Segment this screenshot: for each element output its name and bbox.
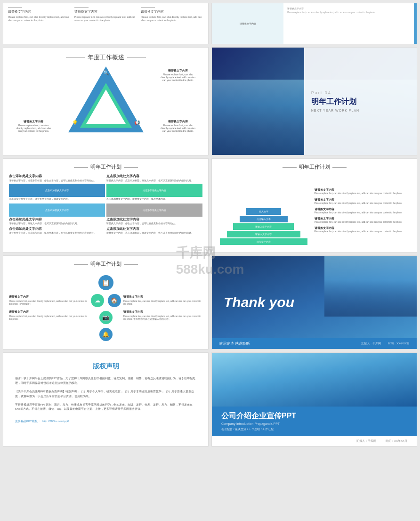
icon-row-middle: ☁ 🏠 <box>91 294 121 307</box>
pyr-bar-1: 输入文字 <box>246 208 281 215</box>
plan-left-title2: 点击添加此处文字内容 <box>9 218 105 222</box>
plan-left-body2: 请替换文字内容，修改文本内容，也可以直接复制你的内容到此处。 <box>9 222 105 225</box>
part04-title: 明年工作计划 <box>311 97 410 107</box>
plan-img-label3: 点击添加替换文字内容 <box>45 209 69 212</box>
pyr-bar-2: 点击输入文本 <box>240 216 288 222</box>
accent-bar <box>414 3 417 44</box>
plan-bottom-row: 点击添加此处文字内容 请替换文字内容，点击添加标题，修改文本内容，也可以直接复制… <box>9 227 202 235</box>
plan-section-right2: 点击添加替换文字内容 点击添加此处文字内容 请替换文字内容，修改文本内容，也可以… <box>106 204 202 225</box>
content-body: Please replace font, can also directly r… <box>287 11 410 15</box>
pyramid-title: 明年工作计划 <box>218 163 411 171</box>
network-left-item1: 请替换文字内容 Please replace font, can also di… <box>9 295 89 306</box>
pyr-right-5: 请替换文字内容 Please replace font, can also di… <box>315 226 412 233</box>
company-subtitle: Company Introduction Propaganda PPT <box>221 422 407 425</box>
plan-left-body1: 请替换文字内容，点击添加标题，修改文本内容，也可以直接复制你的内容到此处。 <box>9 179 105 182</box>
pyramid-right-items: 请替换文字内容 Please replace font, can also di… <box>315 174 412 247</box>
network-left-item2: 请替换文字内容 Please replace font, can also di… <box>9 310 89 321</box>
company-footer: 汇报人：千库网 时间：XX年XX月 <box>212 436 417 446</box>
copyright-title: 版权声明 <box>15 362 196 371</box>
slide-copyright: 版权声明 感谢下载千库网平台上提供的PPT作品，为了您和千库网以及原创作者的利益… <box>3 352 209 447</box>
slide-company-intro: 公司介绍企业宣传PPT Company Introduction Propaga… <box>211 352 417 447</box>
content-panel: 请替换文字内容 Please replace font, can also di… <box>283 3 414 44</box>
company-overlay: 公司介绍企业宣传PPT Company Introduction Propaga… <box>212 407 417 446</box>
slide-sidebar-content: 请替换文字内容 请替换文字内容 Please replace font, can… <box>211 3 417 44</box>
plan-img-label1: 点击添加替换文字内容 <box>45 189 69 192</box>
plan-left-title1: 点击添加此处文字内容 <box>9 174 105 179</box>
col2-body: Please replace font, can also directly r… <box>74 16 137 22</box>
sidebar-panel: 请替换文字内容 <box>212 3 283 44</box>
content-title: 请替换文字内容 <box>287 7 410 10</box>
plan-img-label2: 点击添加替换文字内容 <box>143 189 166 192</box>
copyright-link-row: 更多精品PPT模板： http://588ku.com/ppt/ <box>15 415 196 424</box>
icon-circle-main: 📋 <box>98 275 113 290</box>
pyr-bar-3: 请输入文字内容 <box>233 223 294 230</box>
plan-img-label4: 点击添加替换文字内容 <box>143 209 166 212</box>
slide-grid: 请替换文字内容 Please replace font, can also di… <box>0 0 420 449</box>
pyr-right-4: 请替换文字内容 Please replace font, can also di… <box>315 217 412 224</box>
copyright-para1: 感谢下载千库网平台上提供的PPT作品，为了您和千库网以及原创作者的利益，请勿复制… <box>15 376 196 386</box>
part04-subtitle: NEXT YEAR WORK PLAN <box>311 109 410 112</box>
pyr-bar-4: 请输入文字内容 <box>227 231 300 237</box>
company-main-title: 公司介绍企业宣传PPT <box>221 411 296 421</box>
network-title: 明年工作计划 <box>9 260 202 268</box>
slide-text-columns: 请替换文字内容 Please replace font, can also di… <box>3 3 209 44</box>
text-col-2: 请替换文字内容 Please replace font, can also di… <box>74 7 137 40</box>
col2-title: 请替换文字内容 <box>74 9 137 14</box>
sidebar-text: 请替换文字内容 <box>240 22 256 25</box>
plan-sub-body2: 点击添加替换文字内容。请替换文字内容，修改文本内容。 <box>106 198 202 201</box>
plan-items-grid: 点击添加此处文字内容 请替换文字内容，点击添加标题，修改文本内容，也可以直接复制… <box>9 174 202 225</box>
tri-item-left: 请替换文字内容 Please replace font, can also di… <box>15 120 52 132</box>
plan-img-green1: 点击添加替换文字内容 <box>106 184 202 197</box>
slide-pyramid: 明年工作计划 输入文字 点击输入文本 请输入文字内容 请输入文字内容 添加文字内… <box>211 158 417 252</box>
network-right: 请替换文字内容 Please replace font, can also di… <box>123 295 203 321</box>
plan-img-blue1: 点击添加替换文字内容 <box>9 184 105 197</box>
thankyou-main: Thank you <box>224 294 405 310</box>
plan-bottom-right: 点击添加此处文字内容 请替换文字内容，点击添加标题，修改文本内容，也可以直接复制… <box>106 227 202 235</box>
company-blue-strip: 公司介绍企业宣传PPT Company Introduction Propaga… <box>212 407 417 436</box>
copyright-link-url[interactable]: http://588ku.com/ppt/ <box>42 420 69 423</box>
next-plan-title: 明年工作计划 <box>9 163 202 171</box>
icon-circle-cloud: ☁ <box>91 294 104 307</box>
col1-body: Please replace font, can also directly r… <box>8 16 71 22</box>
icon-circle-camera: 📷 <box>99 311 113 324</box>
text-col-1: 请替换文字内容 Please replace font, can also di… <box>8 7 71 40</box>
text-col-3: 请替换文字内容 Please replace font, can also di… <box>141 7 203 40</box>
plan-sub-body1: 点击添加替换文字内容。请替换文字内容，修改文本内容。 <box>9 198 105 201</box>
network-right-item1: 请替换文字内容 Please replace font, can also di… <box>123 295 203 306</box>
annual-title: 年度工作概述 <box>10 53 202 62</box>
pyr-right-3: 请替换文字内容 Please replace font, can also di… <box>315 207 412 214</box>
company-title-row: 公司介绍企业宣传PPT <box>221 411 407 421</box>
pyramid-bars: 输入文字 点击输入文本 请输入文字内容 请输入文字内容 添加文字内容 <box>218 208 310 245</box>
slide-annual-overview: 年度工作概述 🔍 💡 📢 请替换文字内容 Pl <box>3 47 209 155</box>
part-number: Part 04 <box>311 90 410 95</box>
company-reporter: 汇报人：千库网 <box>356 439 376 443</box>
tri-item-right: 请替换文字内容 Please replace font, can also di… <box>159 120 197 132</box>
copyright-para3: 不得将模板用于宣传PPT定制、演讲、发布、传播或有损害千库网权益的行为，例如发布… <box>15 403 196 412</box>
network-center: 📋 ☁ 🏠 📷 🔔 <box>91 275 121 341</box>
col1-title: 请替换文字内容 <box>8 9 71 14</box>
slide-thankyou: Thank you 演示完毕 感谢聆听 汇报人：千库网 时间：XX年XX月 <box>211 255 417 350</box>
plan-right-body1: 请替换文字内容，点击添加标题，修改文本内容，也可以直接复制你的内容到此处。 <box>106 179 202 182</box>
network-left: 请替换文字内容 Please replace font, can also di… <box>9 295 89 321</box>
plan-right-title1: 点击添加此处文字内容 <box>106 174 202 179</box>
plan-bottom-left: 点击添加此处文字内容 请替换文字内容，点击添加标题，修改文本内容，也可以直接复制… <box>9 227 105 235</box>
copyright-link-label: 更多精品PPT模板： <box>15 420 40 423</box>
slide-part04: Part 04 明年工作计划 NEXT YEAR WORK PLAN <box>211 47 417 155</box>
icon-circle-home: 🏠 <box>108 294 121 307</box>
network-right-item2: 请替换文字内容 Please replace font, can also di… <box>123 310 203 321</box>
triangle-diagram: 🔍 💡 📢 请替换文字内容 Please replace font, can a… <box>10 66 202 132</box>
plan-right-title2: 点击添加此处文字内容 <box>106 218 202 222</box>
plan-section-left: 点击添加此处文字内容 请替换文字内容，点击添加标题，修改文本内容，也可以直接复制… <box>9 174 105 201</box>
pyr-right-1: 请替换文字内容 Please replace font, can also di… <box>315 188 412 195</box>
plan-img-gray: 点击添加替换文字内容 <box>106 204 202 217</box>
icon-circle-bell: 🔔 <box>99 328 113 341</box>
col3-body: Please replace font, can also directly r… <box>141 16 203 22</box>
tri-item-top: 请替换文字内容 Please replace font, can also di… <box>159 69 197 81</box>
network-content: 请替换文字内容 Please replace font, can also di… <box>9 271 202 344</box>
part04-content: Part 04 明年工作计划 NEXT YEAR WORK PLAN <box>304 48 417 155</box>
slide-network-icons: 明年工作计划 请替换文字内容 Please replace font, can … <box>3 255 209 350</box>
company-time: 时间：XX年XX月 <box>386 439 407 443</box>
plan-section-right: 点击添加此处文字内容 请替换文字内容，点击添加标题，修改文本内容，也可以直接复制… <box>106 174 202 201</box>
copyright-para2: 【关于千库会员使用PPT模板免责声明】特别声明：（1）用于个人学习、研究或欣赏；… <box>15 390 196 399</box>
plan-section-left2: 点击添加替换文字内容 点击添加此处文字内容 请替换文字内容，修改文本内容，也可以… <box>9 204 105 225</box>
